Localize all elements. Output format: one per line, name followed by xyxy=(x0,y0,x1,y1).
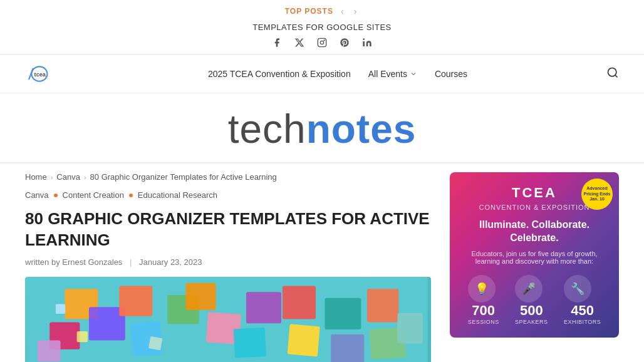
breadcrumb-sep-2: › xyxy=(84,173,86,181)
social-icons-row xyxy=(0,36,644,49)
svg-point-3 xyxy=(363,38,365,40)
svg-rect-0 xyxy=(318,38,326,46)
breadcrumb-sep-1: › xyxy=(51,173,53,181)
ad-badge-line3: Jan. 10 xyxy=(589,197,605,202)
site-title: technotes xyxy=(228,106,417,152)
ad-exhibitors-label: EXHIBITORS xyxy=(564,319,601,325)
twitter-x-icon[interactable] xyxy=(293,36,306,49)
ad-speakers-label: SPEAKERS xyxy=(515,319,548,325)
tags-row: Canva Content Creation Educational Resea… xyxy=(25,188,431,209)
written-by-label: written by xyxy=(25,257,60,267)
ad-sessions-number: 700 xyxy=(468,303,499,319)
tag-dot-2 xyxy=(129,194,133,197)
advertisement-block[interactable]: Advanced Pricing Ends Jan. 10 TCEA CONVE… xyxy=(450,172,619,338)
ad-sessions-icon: 💡 xyxy=(468,275,496,303)
chevron-down-icon xyxy=(410,70,417,78)
article-author[interactable]: Ernest Gonzales xyxy=(62,257,122,267)
nav-convention-link[interactable]: 2025 TCEA Convention & Exposition xyxy=(208,69,351,79)
svg-rect-19 xyxy=(233,327,266,358)
svg-rect-26 xyxy=(38,340,61,361)
svg-rect-18 xyxy=(246,292,281,323)
svg-rect-30 xyxy=(56,304,65,313)
svg-rect-20 xyxy=(283,286,316,319)
svg-text:tcea: tcea xyxy=(34,71,46,78)
svg-rect-13 xyxy=(119,286,152,316)
svg-rect-21 xyxy=(288,324,320,356)
prev-post-button[interactable]: ‹ xyxy=(338,5,346,18)
ad-tagline: Illuminate. Collaborate. Celebrate. xyxy=(460,219,609,245)
facebook-icon[interactable] xyxy=(271,36,283,49)
logo-area[interactable]: tcea xyxy=(25,61,56,86)
svg-rect-27 xyxy=(397,313,423,343)
ad-badge-line2: Pricing Ends xyxy=(584,192,611,197)
ad-icons-row: 💡 700 SESSIONS 🎤 500 SPEAKERS 🔧 450 EXHI… xyxy=(460,275,609,325)
article-meta: written by Ernest Gonzales | January 23,… xyxy=(25,257,431,267)
svg-rect-24 xyxy=(367,289,398,322)
breadcrumb-home[interactable]: Home xyxy=(25,172,47,182)
ad-stat-speakers: 🎤 500 SPEAKERS xyxy=(515,275,548,325)
svg-point-7 xyxy=(608,68,616,76)
ad-sessions-label: SESSIONS xyxy=(468,319,499,325)
ad-exhibitors-icon: 🔧 xyxy=(564,275,591,303)
svg-rect-23 xyxy=(331,334,364,362)
breadcrumb-current: 80 Graphic Organizer Templates for Activ… xyxy=(90,172,277,182)
nav-events-link[interactable]: All Events xyxy=(368,69,417,79)
svg-rect-22 xyxy=(325,297,361,329)
article-date: January 23, 2023 xyxy=(139,257,202,267)
article-title: 80 GRAPHIC ORGANIZER TEMPLATES FOR ACTIV… xyxy=(25,209,431,251)
ad-exhibitors-number: 450 xyxy=(564,303,601,319)
ad-speakers-icon: 🎤 xyxy=(515,275,543,303)
svg-rect-29 xyxy=(148,336,162,350)
tag-canva[interactable]: Canva xyxy=(25,190,49,200)
nav-courses-link[interactable]: Courses xyxy=(435,69,467,79)
svg-line-8 xyxy=(615,75,618,77)
svg-rect-17 xyxy=(185,282,216,309)
linkedin-icon[interactable] xyxy=(361,36,373,49)
sidebar: Advanced Pricing Ends Jan. 10 TCEA CONVE… xyxy=(450,163,619,362)
nav-links: 2025 TCEA Convention & Exposition All Ev… xyxy=(89,69,586,79)
breadcrumb-canva[interactable]: Canva xyxy=(56,172,80,182)
pinterest-icon[interactable] xyxy=(338,36,351,49)
tag-dot-1 xyxy=(54,194,58,197)
tag-content-creation[interactable]: Content Creation xyxy=(63,190,124,200)
ad-pricing-badge: Advanced Pricing Ends Jan. 10 xyxy=(581,178,613,210)
main-content: Home › Canva › 80 Graphic Organizer Temp… xyxy=(25,163,431,362)
svg-point-2 xyxy=(324,40,325,41)
svg-rect-28 xyxy=(77,331,88,341)
search-icon[interactable] xyxy=(606,66,619,82)
instagram-icon[interactable] xyxy=(316,36,328,49)
content-wrapper: Home › Canva › 80 Graphic Organizer Temp… xyxy=(0,163,644,362)
top-post-link[interactable]: TEMPLATES FOR GOOGLE SITES xyxy=(252,23,392,32)
article-featured-image xyxy=(25,277,431,362)
ad-stat-exhibitors: 🔧 450 EXHIBITORS xyxy=(564,275,601,325)
top-posts-label: TOP POSTS xyxy=(285,7,333,16)
meta-separator: | xyxy=(130,257,132,267)
ad-description: Educators, join us for five days of grow… xyxy=(460,250,609,265)
next-post-button[interactable]: › xyxy=(351,5,360,18)
svg-point-1 xyxy=(320,41,323,44)
tag-educational-research[interactable]: Educational Research xyxy=(138,190,217,200)
ad-speakers-number: 500 xyxy=(515,303,548,319)
top-bar: TOP POSTS ‹ › TEMPLATES FOR GOOGLE SITES xyxy=(0,0,644,54)
main-nav: tcea 2025 TCEA Convention & Exposition A… xyxy=(0,55,644,93)
breadcrumb: Home › Canva › 80 Graphic Organizer Temp… xyxy=(25,163,431,188)
ad-stat-sessions: 💡 700 SESSIONS xyxy=(468,275,499,325)
technotes-banner: technotes xyxy=(0,93,644,163)
ad-badge-line1: Advanced xyxy=(586,186,607,191)
